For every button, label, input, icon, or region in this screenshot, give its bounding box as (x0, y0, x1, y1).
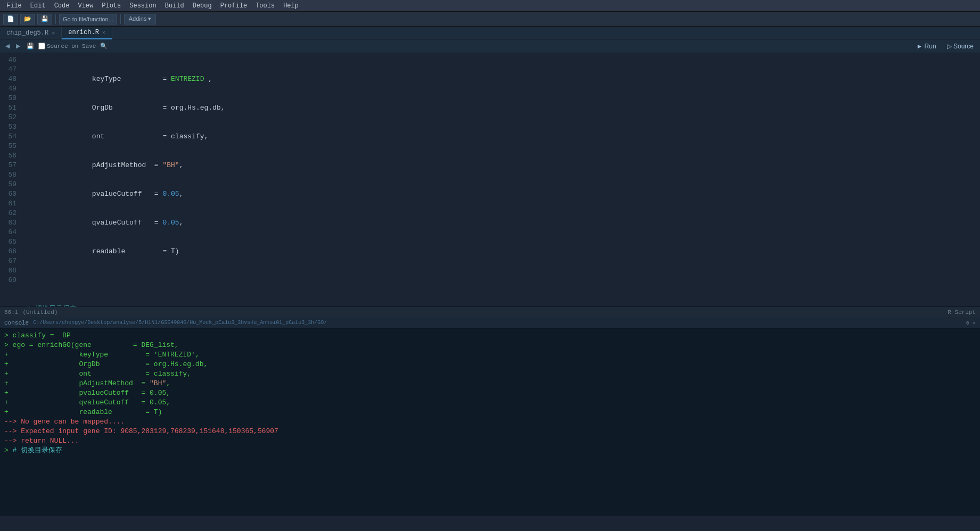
code-line-52: readable = T) (26, 247, 976, 256)
tabbar: chip_deg5.R ✕ enrich.R ✕ (0, 27, 980, 39)
console-line-5: + ont = classify, (4, 369, 976, 379)
forward-btn[interactable]: ▶ (14, 42, 22, 50)
editor-section: chip_deg5.R ✕ enrich.R ✕ ◀ ▶ 💾 Source on… (0, 27, 980, 317)
save-btn[interactable]: 💾 (37, 14, 52, 24)
menu-plots[interactable]: Plots (97, 1, 125, 11)
menu-view[interactable]: View (73, 1, 97, 11)
tab-enrich[interactable]: enrich.R ✕ (62, 27, 112, 39)
code-line-49: pAdjustMethod = "BH", (26, 161, 976, 170)
code-line-48: ont = classify, (26, 132, 976, 142)
console-line-9: + readable = T) (4, 408, 976, 417)
cursor-position: 66:1 (4, 309, 18, 316)
code-line-50: pvalueCutoff = 0.05, (26, 189, 976, 199)
console-line-1: > classify = BP (4, 331, 976, 341)
menu-session[interactable]: Session (125, 1, 160, 11)
console-line-3: + keyType = 'ENTREZID', (4, 350, 976, 360)
bottom-section: Console C:/Users/chengye/Desktop/analyse… (0, 317, 980, 516)
filetype: R Script (948, 309, 976, 316)
right-actions: ► Run ▷ Source (913, 43, 977, 50)
tab-chip-deg5[interactable]: chip_deg5.R ✕ (0, 27, 62, 39)
menubar: File Edit Code View Plots Session Build … (0, 0, 980, 12)
code-line-47: OrgDb = org.Hs.eg.db, (26, 103, 976, 113)
menu-debug[interactable]: Debug (188, 1, 216, 11)
menu-code[interactable]: Code (50, 1, 74, 11)
menu-build[interactable]: Build (161, 1, 188, 11)
back-btn[interactable]: ◀ (3, 42, 12, 50)
filename: (Untitled) (22, 309, 57, 316)
main-layout: chip_deg5.R ✕ enrich.R ✕ ◀ ▶ 💾 Source on… (0, 27, 980, 516)
sep1 (55, 14, 56, 24)
console-path: C:/Users/chengye/Desktop/analyse/5/H1N1/… (33, 320, 327, 326)
menu-tools[interactable]: Tools (251, 1, 279, 11)
find-btn[interactable]: 🔍 (98, 42, 110, 50)
menu-help[interactable]: Help (279, 1, 303, 11)
console-line-2: > ego = enrichGO(gene = DEG_list, (4, 341, 976, 350)
console-line-8: + qvalueCutoff = 0.05, (4, 398, 976, 408)
addins-btn[interactable]: Addins ▾ (124, 14, 157, 24)
goto-btn[interactable]: Go to file/function... (59, 14, 117, 24)
source-on-save-check[interactable] (38, 43, 45, 49)
console-line-11: --> Expected input gene ID: 9085,283129,… (4, 427, 976, 436)
source-on-save-label[interactable]: Source on Save (38, 43, 96, 49)
code-line-51: qvalueCutoff = 0.05, (26, 218, 976, 228)
menu-edit[interactable]: Edit (26, 1, 50, 11)
console-header: Console C:/Users/chengye/Desktop/analyse… (0, 317, 980, 329)
console-line-13: > # 切换目录保存 (4, 446, 976, 455)
statusbar: 66:1 (Untitled) R Script (0, 306, 980, 317)
code-line-54: # 切换目录保存 (26, 304, 976, 306)
console-line-6: + pAdjustMethod = "BH", (4, 379, 976, 388)
console-line-12: --> return NULL... (4, 436, 976, 446)
actionbar: ◀ ▶ 💾 Source on Save 🔍 ► Run ▷ Source (0, 39, 980, 53)
tab-close-1[interactable]: ✕ (52, 30, 55, 36)
menu-profile[interactable]: Profile (216, 1, 251, 11)
tab-close-2[interactable]: ✕ (102, 29, 105, 36)
menu-file[interactable]: File (2, 1, 26, 11)
code-line-53 (26, 276, 976, 285)
editor-area[interactable]: 46 47 48 49 50 51 52 53 54 55 56 57 58 5… (0, 53, 980, 306)
source-btn[interactable]: ▷ Source (944, 43, 977, 50)
new-file-btn[interactable]: 📄 (3, 14, 18, 24)
console-line-7: + pvalueCutoff = 0.05, (4, 388, 976, 398)
run-btn[interactable]: ► Run (913, 43, 939, 50)
open-file-btn[interactable]: 📂 (20, 14, 35, 24)
console-line-10: --> No gene can be mapped.... (4, 417, 976, 427)
save-file-btn[interactable]: 💾 (24, 42, 36, 50)
code-content[interactable]: keyType = ENTREZID , OrgDb = org.Hs.eg.d… (21, 53, 980, 306)
console-line-4: + OrgDb = org.Hs.eg.db, (4, 360, 976, 369)
line-numbers: 46 47 48 49 50 51 52 53 54 55 56 57 58 5… (0, 53, 21, 306)
code-line-46: keyType = ENTREZID , (26, 74, 976, 84)
console-content[interactable]: > classify = BP > ego = enrichGO(gene = … (0, 329, 980, 516)
console-right: ⚙ ✕ (966, 320, 976, 326)
sep2 (120, 14, 121, 24)
console-label: Console (4, 320, 29, 326)
toolbar: 📄 📂 💾 Go to file/function... Addins ▾ (0, 12, 980, 27)
console-area: Console C:/Users/chengye/Desktop/analyse… (0, 317, 980, 516)
